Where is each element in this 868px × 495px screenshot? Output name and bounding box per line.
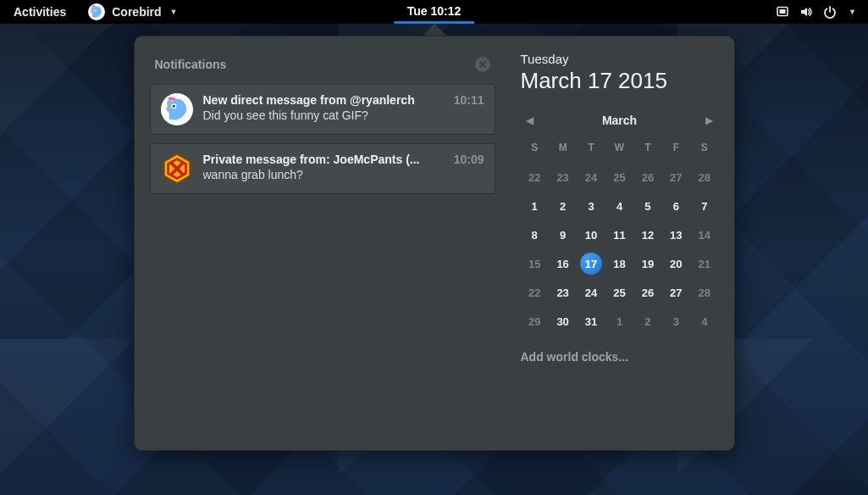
topbar-center: Tue 10:12 [394, 0, 475, 24]
calendar-day[interactable]: 16 [549, 253, 577, 274]
calendar-day[interactable]: 3 [662, 311, 690, 331]
calendar-day[interactable]: 11 [605, 225, 633, 245]
calendar-day[interactable]: 27 [662, 282, 690, 303]
calendar-month-label: March [602, 114, 637, 127]
calendar-day[interactable]: 27 [662, 167, 690, 187]
calendar-day[interactable]: 1 [521, 196, 549, 216]
calendar-day[interactable]: 7 [690, 196, 718, 216]
calendar-day[interactable]: 23 [549, 167, 577, 187]
calendar-day[interactable]: 4 [605, 196, 633, 216]
notification-body: New direct message from @ryanlerch 10:11… [203, 93, 484, 122]
calendar-dow: S [521, 138, 549, 159]
topbar-left: Activities Corebird ▼ [3, 0, 188, 24]
calendar-dow: W [605, 138, 633, 159]
notifications-header: Notifications [150, 52, 495, 84]
calendar-day[interactable]: 5 [633, 196, 661, 216]
calendar-day[interactable]: 3 [577, 196, 605, 216]
calendar-day[interactable]: 15 [521, 253, 549, 274]
calendar-full-date: March 17 2015 [521, 68, 719, 94]
volume-icon[interactable] [799, 5, 813, 19]
notification-body: Private message from: JoeMcPants (... 10… [203, 153, 484, 181]
datetime-popover: Notifications New direct message from @r… [134, 24, 735, 451]
calendar-day[interactable]: 6 [662, 196, 690, 216]
app-menu-label: Corebird [112, 5, 161, 19]
add-world-clocks-link[interactable]: Add world clocks... [521, 350, 719, 364]
notification-time: 10:11 [454, 93, 484, 107]
calendar-dow: S [690, 138, 718, 159]
calendar-day[interactable]: 12 [633, 225, 661, 245]
power-icon[interactable] [823, 5, 837, 19]
calendar-day[interactable]: 2 [633, 311, 661, 331]
topbar-right: ▼ [776, 5, 865, 19]
calendar-day[interactable]: 22 [521, 282, 549, 303]
calendar-dow: T [633, 138, 661, 159]
calendar-day[interactable]: 9 [549, 225, 577, 245]
top-bar: Activities Corebird ▼ Tue 10:12 [0, 0, 868, 24]
calendar-day[interactable]: 30 [549, 311, 577, 331]
calendar-day[interactable]: 1 [605, 311, 633, 331]
notification-message: Did you see this funny cat GIF? [203, 108, 484, 122]
calendar-dow: T [577, 138, 605, 159]
notifications-title: Notifications [155, 58, 227, 71]
notification-message: wanna grab lunch? [203, 168, 484, 181]
calendar-day[interactable]: 14 [690, 225, 718, 245]
calendar-day[interactable]: 2 [549, 196, 577, 216]
calendar-day[interactable]: 29 [521, 311, 549, 331]
calendar-day[interactable]: 13 [662, 225, 690, 245]
calendar-dayname: Tuesday [521, 52, 719, 66]
notification-item[interactable]: Private message from: JoeMcPants (... 10… [150, 143, 495, 194]
calendar-nav: ◀ March ▶ [521, 111, 719, 130]
next-month-button[interactable]: ▶ [699, 111, 718, 130]
calendar-day[interactable]: 21 [690, 253, 718, 274]
calendar-day[interactable]: 22 [521, 167, 549, 187]
clock-button[interactable]: Tue 10:12 [394, 0, 475, 24]
calendar-day[interactable]: 8 [521, 225, 549, 245]
clear-notifications-button[interactable] [475, 57, 490, 72]
calendar-day[interactable]: 10 [577, 225, 605, 245]
calendar-day[interactable]: 18 [605, 253, 633, 274]
calendar-day[interactable]: 19 [633, 253, 661, 274]
calendar-grid: SMTWTFS222324252627281234567891011121314… [521, 138, 719, 331]
calendar-day[interactable]: 26 [633, 167, 661, 187]
calendar-day[interactable]: 26 [633, 282, 661, 303]
calendar-day[interactable]: 24 [577, 282, 605, 303]
calendar-section: Tuesday March 17 2015 ◀ March ▶ SMTWTFS2… [507, 52, 719, 433]
calendar-day[interactable]: 23 [549, 282, 577, 303]
calendar-day[interactable]: 28 [690, 282, 718, 303]
prev-month-button[interactable]: ◀ [521, 111, 539, 130]
calendar-day[interactable]: 25 [605, 282, 633, 303]
notification-item[interactable]: New direct message from @ryanlerch 10:11… [150, 84, 495, 135]
notification-time: 10:09 [454, 153, 484, 166]
calendar-day[interactable]: 24 [577, 167, 605, 187]
a11y-icon[interactable] [776, 5, 789, 19]
system-menu-chevron-icon[interactable]: ▼ [849, 8, 856, 16]
popover-arrow [423, 24, 446, 36]
calendar-day[interactable]: 31 [577, 311, 605, 331]
activities-button[interactable]: Activities [3, 0, 76, 24]
svg-point-1 [95, 9, 96, 10]
notification-title: Private message from: JoeMcPants (... [203, 153, 445, 166]
chevron-down-icon: ▼ [170, 8, 178, 16]
hexchat-icon [161, 153, 193, 185]
calendar-dow: M [549, 138, 577, 159]
calendar-dow: F [662, 138, 690, 159]
calendar-day[interactable]: 20 [662, 253, 690, 274]
popover-panel: Notifications New direct message from @r… [134, 36, 735, 451]
svg-rect-3 [780, 9, 786, 14]
calendar-day[interactable]: 4 [690, 311, 718, 331]
app-menu[interactable]: Corebird ▼ [78, 0, 187, 24]
calendar-day[interactable]: 28 [690, 167, 718, 187]
calendar-day-today[interactable]: 17 [577, 253, 605, 274]
notification-title: New direct message from @ryanlerch [203, 93, 445, 107]
corebird-icon [161, 93, 193, 125]
corebird-app-icon [88, 3, 105, 20]
notifications-section: Notifications New direct message from @r… [150, 52, 507, 433]
calendar-day[interactable]: 25 [605, 167, 633, 187]
svg-point-5 [172, 105, 174, 108]
